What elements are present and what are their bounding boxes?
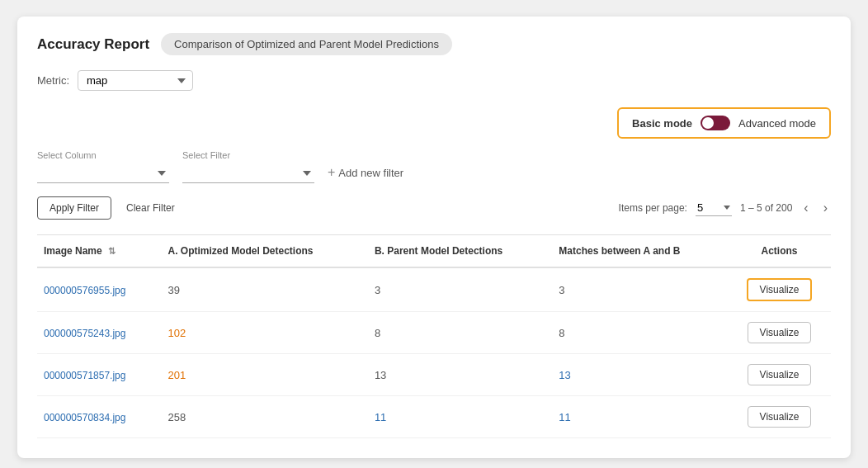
- table-row: 000000571857.jpg2011313Visualize: [37, 354, 831, 396]
- actions-cell: Visualize: [728, 312, 831, 354]
- actions-cell: Visualize: [728, 267, 831, 312]
- matches-value: 13: [552, 354, 728, 396]
- mode-box: Basic mode Advanced mode: [617, 107, 831, 139]
- optimized-value: 102: [162, 312, 368, 354]
- sort-icon[interactable]: ⇅: [108, 246, 116, 257]
- parent-value: 3: [368, 267, 552, 312]
- actions-cell: Visualize: [728, 396, 831, 438]
- optimized-value: 258: [162, 396, 368, 438]
- main-card: Accuracy Report Comparison of Optimized …: [17, 17, 851, 458]
- plus-icon: +: [328, 165, 335, 180]
- add-filter-label: Add new filter: [338, 167, 403, 179]
- per-page-select[interactable]: 5 10 25 50: [696, 200, 732, 216]
- matches-value: 11: [552, 396, 728, 438]
- parent-value: 13: [368, 354, 552, 396]
- table-header-row: Image Name ⇅ A. Optimized Model Detectio…: [37, 235, 831, 268]
- advanced-mode-label: Advanced mode: [738, 117, 816, 130]
- col-optimized: A. Optimized Model Detections: [162, 235, 368, 268]
- matches-value: 8: [552, 312, 728, 354]
- pagination: Items per page: 5 10 25 50 1 – 5 of 200 …: [619, 199, 831, 217]
- parent-value: 11: [368, 396, 552, 438]
- optimized-value: 39: [162, 267, 368, 312]
- basic-mode-label: Basic mode: [632, 117, 692, 130]
- metric-row: Metric: map iou precision recall: [37, 70, 831, 91]
- image-name-link[interactable]: 000000570834.jpg: [44, 412, 125, 423]
- visualize-button[interactable]: Visualize: [747, 278, 813, 301]
- table-row: 000000570834.jpg2581111Visualize: [37, 396, 831, 438]
- prev-page-button[interactable]: ‹: [800, 199, 811, 217]
- column-filter-label: Select Column: [37, 150, 169, 160]
- col-actions: Actions: [728, 235, 831, 268]
- column-filter-group: Select Column: [37, 150, 169, 183]
- col-parent: B. Parent Model Detections: [368, 235, 552, 268]
- image-name-link[interactable]: 000000571857.jpg: [44, 370, 125, 381]
- apply-filter-button[interactable]: Apply Filter: [37, 196, 111, 220]
- select-filter-label: Select Filter: [182, 150, 314, 160]
- visualize-button[interactable]: Visualize: [748, 364, 812, 385]
- column-filter-select[interactable]: [37, 163, 169, 183]
- metric-label: Metric:: [37, 74, 69, 87]
- table-row: 000000575243.jpg10288Visualize: [37, 312, 831, 354]
- col-matches: Matches between A and B: [552, 235, 728, 268]
- filter-row: Select Column Select Filter + Add new fi…: [37, 150, 831, 183]
- table-row: 000000576955.jpg3933Visualize: [37, 267, 831, 312]
- items-per-page-label: Items per page:: [619, 202, 687, 214]
- select-filter-group: Select Filter: [182, 150, 314, 183]
- header: Accuracy Report Comparison of Optimized …: [37, 33, 831, 55]
- actions-cell: Visualize: [728, 354, 831, 396]
- page-range: 1 – 5 of 200: [740, 202, 792, 214]
- mode-row: Basic mode Advanced mode: [37, 107, 831, 139]
- data-table: Image Name ⇅ A. Optimized Model Detectio…: [37, 234, 831, 438]
- parent-value: 8: [368, 312, 552, 354]
- clear-filter-button[interactable]: Clear Filter: [120, 197, 182, 219]
- visualize-button[interactable]: Visualize: [748, 406, 812, 428]
- mode-toggle[interactable]: [701, 116, 730, 130]
- actions-row: Apply Filter Clear Filter Items per page…: [37, 196, 831, 220]
- image-name-link[interactable]: 000000576955.jpg: [44, 285, 125, 296]
- metric-select[interactable]: map iou precision recall: [78, 70, 193, 91]
- page-subtitle: Comparison of Optimized and Parent Model…: [161, 33, 452, 55]
- visualize-button[interactable]: Visualize: [748, 322, 812, 343]
- select-filter-select[interactable]: [182, 163, 314, 183]
- page-title: Accuracy Report: [37, 36, 149, 53]
- col-image-name: Image Name ⇅: [37, 235, 162, 268]
- add-filter-button[interactable]: + Add new filter: [328, 162, 403, 183]
- next-page-button[interactable]: ›: [820, 199, 831, 217]
- optimized-value: 201: [162, 354, 368, 396]
- image-name-link[interactable]: 000000575243.jpg: [44, 328, 125, 339]
- matches-value: 3: [552, 267, 728, 312]
